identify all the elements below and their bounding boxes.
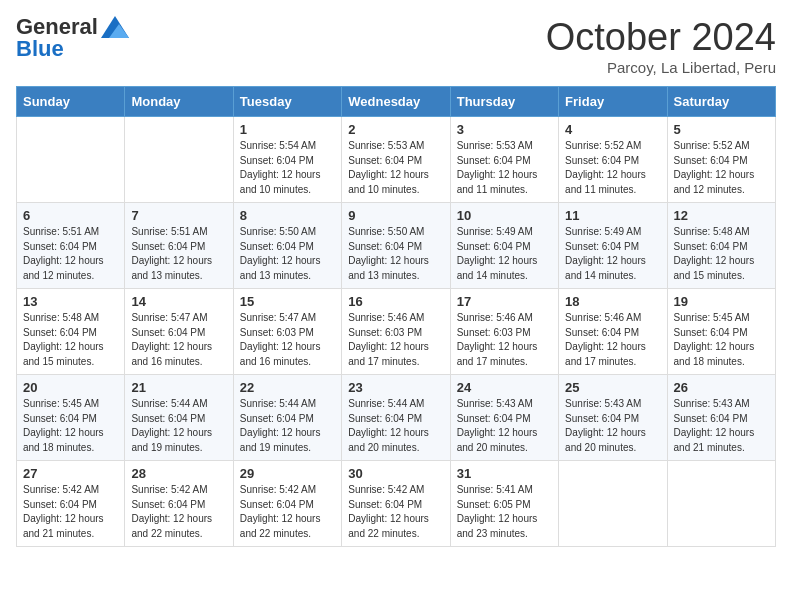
day-info: Sunrise: 5:43 AM Sunset: 6:04 PM Dayligh… bbox=[674, 397, 769, 455]
day-number: 17 bbox=[457, 294, 552, 309]
calendar-cell: 29Sunrise: 5:42 AM Sunset: 6:04 PM Dayli… bbox=[233, 461, 341, 547]
calendar-cell: 28Sunrise: 5:42 AM Sunset: 6:04 PM Dayli… bbox=[125, 461, 233, 547]
page-header: General Blue October 2024 Parcoy, La Lib… bbox=[16, 16, 776, 76]
calendar-cell: 3Sunrise: 5:53 AM Sunset: 6:04 PM Daylig… bbox=[450, 117, 558, 203]
day-number: 28 bbox=[131, 466, 226, 481]
day-number: 23 bbox=[348, 380, 443, 395]
day-number: 31 bbox=[457, 466, 552, 481]
day-info: Sunrise: 5:50 AM Sunset: 6:04 PM Dayligh… bbox=[240, 225, 335, 283]
calendar-cell: 9Sunrise: 5:50 AM Sunset: 6:04 PM Daylig… bbox=[342, 203, 450, 289]
calendar-cell: 26Sunrise: 5:43 AM Sunset: 6:04 PM Dayli… bbox=[667, 375, 775, 461]
day-number: 2 bbox=[348, 122, 443, 137]
day-number: 29 bbox=[240, 466, 335, 481]
day-info: Sunrise: 5:45 AM Sunset: 6:04 PM Dayligh… bbox=[674, 311, 769, 369]
day-info: Sunrise: 5:51 AM Sunset: 6:04 PM Dayligh… bbox=[23, 225, 118, 283]
calendar-cell bbox=[667, 461, 775, 547]
calendar-week-row: 1Sunrise: 5:54 AM Sunset: 6:04 PM Daylig… bbox=[17, 117, 776, 203]
day-number: 30 bbox=[348, 466, 443, 481]
day-number: 26 bbox=[674, 380, 769, 395]
day-info: Sunrise: 5:49 AM Sunset: 6:04 PM Dayligh… bbox=[565, 225, 660, 283]
calendar-header-thursday: Thursday bbox=[450, 87, 558, 117]
calendar-header-sunday: Sunday bbox=[17, 87, 125, 117]
day-info: Sunrise: 5:53 AM Sunset: 6:04 PM Dayligh… bbox=[457, 139, 552, 197]
day-info: Sunrise: 5:44 AM Sunset: 6:04 PM Dayligh… bbox=[240, 397, 335, 455]
day-info: Sunrise: 5:49 AM Sunset: 6:04 PM Dayligh… bbox=[457, 225, 552, 283]
day-info: Sunrise: 5:42 AM Sunset: 6:04 PM Dayligh… bbox=[240, 483, 335, 541]
day-number: 20 bbox=[23, 380, 118, 395]
calendar-cell: 20Sunrise: 5:45 AM Sunset: 6:04 PM Dayli… bbox=[17, 375, 125, 461]
day-info: Sunrise: 5:51 AM Sunset: 6:04 PM Dayligh… bbox=[131, 225, 226, 283]
day-info: Sunrise: 5:44 AM Sunset: 6:04 PM Dayligh… bbox=[131, 397, 226, 455]
day-number: 25 bbox=[565, 380, 660, 395]
day-number: 4 bbox=[565, 122, 660, 137]
calendar-cell: 13Sunrise: 5:48 AM Sunset: 6:04 PM Dayli… bbox=[17, 289, 125, 375]
calendar-cell: 15Sunrise: 5:47 AM Sunset: 6:03 PM Dayli… bbox=[233, 289, 341, 375]
calendar-cell: 19Sunrise: 5:45 AM Sunset: 6:04 PM Dayli… bbox=[667, 289, 775, 375]
day-info: Sunrise: 5:47 AM Sunset: 6:04 PM Dayligh… bbox=[131, 311, 226, 369]
logo: General Blue bbox=[16, 16, 129, 60]
calendar-cell: 6Sunrise: 5:51 AM Sunset: 6:04 PM Daylig… bbox=[17, 203, 125, 289]
calendar-week-row: 27Sunrise: 5:42 AM Sunset: 6:04 PM Dayli… bbox=[17, 461, 776, 547]
calendar-week-row: 6Sunrise: 5:51 AM Sunset: 6:04 PM Daylig… bbox=[17, 203, 776, 289]
calendar-cell: 8Sunrise: 5:50 AM Sunset: 6:04 PM Daylig… bbox=[233, 203, 341, 289]
calendar-cell: 27Sunrise: 5:42 AM Sunset: 6:04 PM Dayli… bbox=[17, 461, 125, 547]
day-number: 24 bbox=[457, 380, 552, 395]
day-info: Sunrise: 5:46 AM Sunset: 6:04 PM Dayligh… bbox=[565, 311, 660, 369]
calendar-cell: 5Sunrise: 5:52 AM Sunset: 6:04 PM Daylig… bbox=[667, 117, 775, 203]
day-number: 15 bbox=[240, 294, 335, 309]
calendar-header-monday: Monday bbox=[125, 87, 233, 117]
day-number: 11 bbox=[565, 208, 660, 223]
day-info: Sunrise: 5:52 AM Sunset: 6:04 PM Dayligh… bbox=[674, 139, 769, 197]
day-info: Sunrise: 5:43 AM Sunset: 6:04 PM Dayligh… bbox=[457, 397, 552, 455]
day-number: 7 bbox=[131, 208, 226, 223]
calendar-cell: 11Sunrise: 5:49 AM Sunset: 6:04 PM Dayli… bbox=[559, 203, 667, 289]
calendar-cell: 21Sunrise: 5:44 AM Sunset: 6:04 PM Dayli… bbox=[125, 375, 233, 461]
calendar-cell: 16Sunrise: 5:46 AM Sunset: 6:03 PM Dayli… bbox=[342, 289, 450, 375]
day-info: Sunrise: 5:53 AM Sunset: 6:04 PM Dayligh… bbox=[348, 139, 443, 197]
calendar-cell bbox=[125, 117, 233, 203]
calendar-cell bbox=[559, 461, 667, 547]
day-number: 10 bbox=[457, 208, 552, 223]
calendar-cell: 31Sunrise: 5:41 AM Sunset: 6:05 PM Dayli… bbox=[450, 461, 558, 547]
day-info: Sunrise: 5:52 AM Sunset: 6:04 PM Dayligh… bbox=[565, 139, 660, 197]
logo-icon bbox=[101, 16, 129, 38]
calendar-header-wednesday: Wednesday bbox=[342, 87, 450, 117]
calendar-cell: 4Sunrise: 5:52 AM Sunset: 6:04 PM Daylig… bbox=[559, 117, 667, 203]
day-info: Sunrise: 5:54 AM Sunset: 6:04 PM Dayligh… bbox=[240, 139, 335, 197]
logo-blue: Blue bbox=[16, 36, 64, 61]
calendar-cell: 22Sunrise: 5:44 AM Sunset: 6:04 PM Dayli… bbox=[233, 375, 341, 461]
calendar-cell: 7Sunrise: 5:51 AM Sunset: 6:04 PM Daylig… bbox=[125, 203, 233, 289]
day-info: Sunrise: 5:44 AM Sunset: 6:04 PM Dayligh… bbox=[348, 397, 443, 455]
calendar-week-row: 13Sunrise: 5:48 AM Sunset: 6:04 PM Dayli… bbox=[17, 289, 776, 375]
calendar-header-saturday: Saturday bbox=[667, 87, 775, 117]
calendar-table: SundayMondayTuesdayWednesdayThursdayFrid… bbox=[16, 86, 776, 547]
calendar-header-tuesday: Tuesday bbox=[233, 87, 341, 117]
calendar-cell: 1Sunrise: 5:54 AM Sunset: 6:04 PM Daylig… bbox=[233, 117, 341, 203]
day-number: 9 bbox=[348, 208, 443, 223]
day-number: 21 bbox=[131, 380, 226, 395]
calendar-cell: 23Sunrise: 5:44 AM Sunset: 6:04 PM Dayli… bbox=[342, 375, 450, 461]
day-number: 27 bbox=[23, 466, 118, 481]
day-info: Sunrise: 5:43 AM Sunset: 6:04 PM Dayligh… bbox=[565, 397, 660, 455]
month-title: October 2024 bbox=[546, 16, 776, 59]
day-info: Sunrise: 5:48 AM Sunset: 6:04 PM Dayligh… bbox=[23, 311, 118, 369]
day-number: 16 bbox=[348, 294, 443, 309]
calendar-week-row: 20Sunrise: 5:45 AM Sunset: 6:04 PM Dayli… bbox=[17, 375, 776, 461]
day-number: 5 bbox=[674, 122, 769, 137]
day-number: 18 bbox=[565, 294, 660, 309]
calendar-cell: 10Sunrise: 5:49 AM Sunset: 6:04 PM Dayli… bbox=[450, 203, 558, 289]
day-info: Sunrise: 5:46 AM Sunset: 6:03 PM Dayligh… bbox=[457, 311, 552, 369]
day-number: 19 bbox=[674, 294, 769, 309]
day-number: 13 bbox=[23, 294, 118, 309]
day-info: Sunrise: 5:45 AM Sunset: 6:04 PM Dayligh… bbox=[23, 397, 118, 455]
day-number: 22 bbox=[240, 380, 335, 395]
calendar-cell: 2Sunrise: 5:53 AM Sunset: 6:04 PM Daylig… bbox=[342, 117, 450, 203]
title-area: October 2024 Parcoy, La Libertad, Peru bbox=[546, 16, 776, 76]
day-info: Sunrise: 5:41 AM Sunset: 6:05 PM Dayligh… bbox=[457, 483, 552, 541]
day-number: 3 bbox=[457, 122, 552, 137]
calendar-cell bbox=[17, 117, 125, 203]
day-info: Sunrise: 5:50 AM Sunset: 6:04 PM Dayligh… bbox=[348, 225, 443, 283]
calendar-cell: 18Sunrise: 5:46 AM Sunset: 6:04 PM Dayli… bbox=[559, 289, 667, 375]
day-info: Sunrise: 5:47 AM Sunset: 6:03 PM Dayligh… bbox=[240, 311, 335, 369]
calendar-cell: 24Sunrise: 5:43 AM Sunset: 6:04 PM Dayli… bbox=[450, 375, 558, 461]
